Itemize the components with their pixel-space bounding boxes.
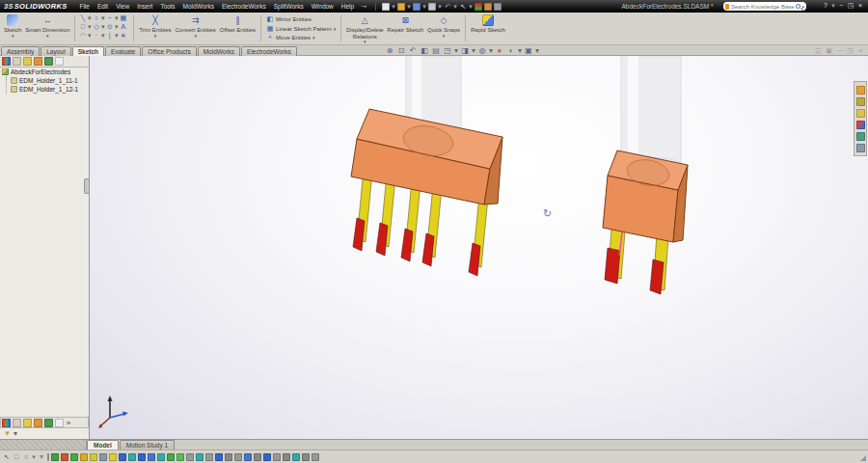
point-tool-icon[interactable]: · <box>93 32 100 40</box>
dropdown-caret[interactable]: ▾ <box>831 2 835 10</box>
linear-pattern-caret[interactable]: ▾ <box>334 27 337 31</box>
angle-snap-icon[interactable] <box>176 453 184 461</box>
tree-item-row[interactable]: EDM_Holder_1_12-1 <box>9 85 89 94</box>
perpendicular-snap-icon[interactable] <box>119 453 126 461</box>
dropdown-caret[interactable]: ▾ <box>88 14 92 22</box>
line-quick-icon[interactable] <box>186 453 194 461</box>
custom-properties-icon[interactable] <box>856 144 865 152</box>
move-entities-button[interactable]: + Move Entities ▾ <box>266 34 336 41</box>
featuremanager-tree-icon[interactable] <box>2 419 11 427</box>
section-view-icon[interactable]: ◧ <box>420 46 429 55</box>
parallel-snap-icon[interactable] <box>128 453 136 461</box>
search-magnifier-icon[interactable] <box>796 4 800 9</box>
rectangle-tool-icon[interactable]: □ <box>79 23 87 31</box>
menu-tools[interactable]: Tools <box>156 3 178 10</box>
hidden-tree-items-icon[interactable] <box>55 419 64 427</box>
horizontal-snap-icon[interactable] <box>138 453 146 461</box>
hidden-tree-items-icon[interactable] <box>55 57 64 66</box>
trim-entities-button[interactable]: ╳ Trim Entities ▾ <box>137 14 173 43</box>
text-quick-icon[interactable] <box>263 453 271 461</box>
undo-icon[interactable]: ↶ <box>444 3 451 11</box>
propertymanager-icon[interactable] <box>13 419 21 427</box>
overflow-icon[interactable]: » <box>66 419 71 427</box>
convert-entities-button[interactable]: ⇉ Convert Entities ▾ <box>173 14 217 43</box>
plane-quick-icon[interactable] <box>273 453 281 461</box>
rapid-sketch-button[interactable]: Rapid Sketch <box>469 14 507 43</box>
sketch-picture-icon[interactable]: ▦ <box>120 14 127 22</box>
help-icon[interactable]: ? <box>822 2 829 10</box>
save-icon[interactable] <box>413 3 420 11</box>
dropdown-caret[interactable]: ▾ <box>407 3 411 11</box>
menu-edit[interactable]: Edit <box>94 3 112 10</box>
quadrant-snap-icon[interactable] <box>80 453 88 461</box>
extend-quick-icon[interactable] <box>292 453 300 461</box>
tab-evaluate[interactable]: Evaluate <box>105 46 141 56</box>
electrode-holder-right[interactable] <box>603 150 688 242</box>
display-style-icon[interactable]: ◨ <box>460 46 470 55</box>
midpoint-snap-icon[interactable] <box>70 453 78 461</box>
center-snap-icon[interactable] <box>61 453 68 461</box>
menu-view[interactable]: View <box>112 3 133 10</box>
mirror-entities-button[interactable]: ◧ Mirror Entities <box>266 15 336 23</box>
design-library-icon[interactable] <box>856 97 865 106</box>
electrode-holder-left[interactable] <box>351 109 502 204</box>
open-folder-icon[interactable] <box>397 3 405 11</box>
mirror-quick-icon[interactable] <box>312 453 319 461</box>
tab-motion-study[interactable]: Motion Study 1 <box>120 440 175 449</box>
edit-color-icon[interactable] <box>484 3 492 11</box>
hide-show-items-icon[interactable]: ◍ <box>477 46 487 55</box>
configurationmanager-icon[interactable] <box>23 57 32 66</box>
point-snap-icon[interactable] <box>51 453 59 461</box>
dropdown-caret[interactable]: ▾ <box>392 3 395 11</box>
polygon-tool-icon[interactable]: ◇ <box>93 23 100 31</box>
tree-root-row[interactable]: AbdeckForElectrodes <box>0 68 89 76</box>
tab-sketch[interactable]: Sketch <box>72 46 104 56</box>
circle-quick-icon[interactable] <box>196 453 203 461</box>
displaymanager-icon[interactable] <box>44 57 53 66</box>
select-lasso-icon[interactable]: ○ <box>22 453 30 461</box>
circle-tool-icon[interactable]: ○ <box>93 14 100 22</box>
spline-tool-icon[interactable]: ~ <box>106 14 114 22</box>
quick-snaps-caret[interactable]: ▾ <box>443 34 446 38</box>
smart-dimension-caret[interactable]: ▾ <box>46 34 49 38</box>
dropdown-caret[interactable]: ▾ <box>422 3 426 11</box>
zoom-to-fit-icon[interactable]: ⊕ <box>385 46 394 55</box>
linear-sketch-pattern-button[interactable]: ▦ Linear Sketch Pattern ▾ <box>266 25 336 33</box>
solidworks-resources-icon[interactable] <box>856 86 865 95</box>
dropdown-caret[interactable]: ▾ <box>115 23 119 31</box>
select-cursor-icon[interactable]: ↖ <box>459 3 467 11</box>
dropdown-caret[interactable]: ▾ <box>453 3 457 11</box>
ellipse-tool-icon[interactable]: ⊙ <box>106 23 114 31</box>
edit-appearance-icon[interactable]: ● <box>495 46 504 55</box>
dropdown-caret[interactable]: ▾ <box>438 3 442 11</box>
spline-quick-icon[interactable] <box>234 453 242 461</box>
apply-scene-icon[interactable]: ◐ <box>506 46 516 55</box>
smart-dimension-button[interactable]: ↔ Smart Dimension ▾ <box>23 14 71 43</box>
arc-quick-icon[interactable] <box>205 453 213 461</box>
restore-icon[interactable]: ◳ <box>847 2 854 10</box>
select-box-icon[interactable]: □ <box>13 453 20 461</box>
quick-snaps-button[interactable]: ◇ Quick Snaps ▾ <box>425 14 462 43</box>
select-arrow-icon[interactable]: ↖ <box>3 453 11 461</box>
dimxpertmanager-icon[interactable] <box>34 57 42 66</box>
text-tool-icon[interactable]: A <box>120 23 127 31</box>
menu-splitworks[interactable]: SplitWorks <box>270 3 308 10</box>
featuremanager-tree-icon[interactable] <box>2 57 11 66</box>
resize-grip[interactable] <box>860 455 866 461</box>
tab-layout[interactable]: Layout <box>41 46 71 56</box>
print-icon[interactable] <box>428 3 436 11</box>
options-icon[interactable] <box>494 3 502 11</box>
configurationmanager-icon[interactable] <box>23 419 32 427</box>
close-icon[interactable]: × <box>856 2 864 10</box>
file-explorer-icon[interactable] <box>856 109 865 118</box>
dropdown-caret[interactable]: ▾ <box>489 46 493 55</box>
length-snap-icon[interactable] <box>157 453 165 461</box>
move-entities-caret[interactable]: ▾ <box>312 36 315 40</box>
displaymanager-icon[interactable] <box>44 419 53 427</box>
select-filter-icon[interactable]: ▼ <box>38 453 45 461</box>
dropdown-caret[interactable]: ▾ <box>115 14 119 22</box>
smart-sketch-icon[interactable]: ∗ <box>120 32 127 40</box>
vertical-snap-icon[interactable] <box>148 453 155 461</box>
dropdown-caret[interactable]: ▾ <box>14 429 17 438</box>
filter-funnel-icon[interactable]: ▼ <box>3 429 12 438</box>
